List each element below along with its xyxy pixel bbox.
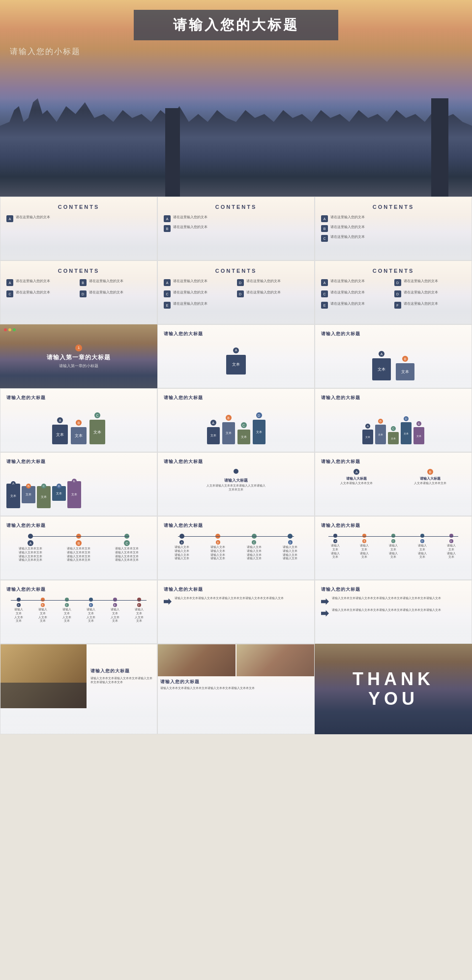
contents-row-1: CONTENTS A 请在这里输入您的文本 CONTENTS A 请在这里输入您… [0,197,472,260]
hero-sub-title: 请输入您的小标题 [10,47,81,57]
list-item: F 请在这里输入您的文本 [394,301,466,309]
content-timeline: 请输入您的大标题 请输入大标题 人文本请输入文本本文本请输入人文本请输入文本本文… [157,452,315,516]
content-6dot: 请输入您的大标题 A 请输入文本人文本文本 B 请输入文本人文本文本 C 请输入… [0,580,157,644]
page-title: 请输入您的大标题 [164,331,308,337]
box-text: 文本 [232,362,240,367]
contents-title-6: CONTENTS [321,268,466,274]
list-item: C 请在这里输入您的文本 [321,290,393,297]
list-item: D 请在这里输入您的文本 [237,279,309,286]
list-item: B 请在这里输入您的文本 [80,279,151,286]
box-text: 文本 [401,369,409,375]
content-2box: 请输入您的大标题 A 文本 B 文本 [315,324,472,388]
page-title: 请输入您的大标题 [164,395,308,401]
arrow-icon [321,598,329,605]
content-3dot: 请输入您的大标题 A 请输入文本本文本请输入文本本文本请输入文本本文本请输入文本… [0,516,157,580]
row-6: 请输入您的大标题 A 请输入文本本文本请输入文本本文本请输入文本本文本请输入文本… [0,516,472,580]
row-7: 请输入您的大标题 A 请输入文本人文本文本 B 请输入文本人文本文本 C 请输入… [0,580,472,644]
page-title: 请输入您的大标题 [164,586,308,593]
item-text: 请在这里输入您的文本 [173,225,207,230]
chapter-main-title: 请输入第一章的大标题 [47,353,111,362]
contents-cell-5: CONTENTS A 请在这里输入您的文本 D 请在这里输入您的文本 C 请在这… [157,260,315,324]
list-item: B 请在这里输入您的文本 [164,225,308,232]
thank-title-line2: YOU [353,689,434,709]
row-3: 1 请输入第一章的大标题 请输入第一章的小标题 请输入您的大标题 A 文本 请输… [0,324,472,388]
hero-main-title: 请输入您的大标题 [173,16,299,34]
row-5: 请输入您的大标题 A 文本 B 文本 C 文本 D 文本 E 文本 [0,452,472,516]
page-title: 请输入您的大标题 [321,522,466,529]
page-title: 请输入您的大标题 [6,395,151,401]
item-text: 请在这里输入您的文本 [330,225,365,230]
close-dot [4,328,7,331]
contents-cell-4: CONTENTS A 请在这里输入您的文本 B 请在这里输入您的文本 C 请在这… [0,260,157,324]
arrow-icon [321,609,329,617]
list-item: E 请在这里输入您的文本 [164,301,236,309]
row-8: 请输入您的大标题 请输入文本本文本请输入文本本文本请输入文本本文本请输入文本本文… [0,644,472,734]
content-image-1: 请输入您的大标题 请输入文本本文本请输入文本本文本请输入文本本文本请输入文本本文… [0,644,157,734]
page-title: 请输入您的大标题 [6,522,151,529]
arrow-item: 请输入文本本文本请输入文本本文本请输入文本本文本请输入文本本文本请输入文本 [164,597,308,605]
content-box: 文本 [226,355,246,375]
label-badge-a: A [233,347,239,353]
item-text: 请在这里输入您的文本 [330,215,365,220]
label-a: A [164,215,171,222]
timeline-text: 人文本请输入文本本文本请输入人文本请输入文本本文本 [206,484,266,492]
list-item: A 请在这里输入您的文本 [321,215,466,222]
label-a: A [6,215,13,222]
list-item: A 请在这里输入您的文本 [164,279,236,286]
contents-title-1: CONTENTS [6,204,151,210]
contents-cell-3: CONTENTS A 请在这里输入您的文本 B 请在这里输入您的文本 C 请在这… [315,197,472,260]
label-c: C [321,235,328,242]
page-title: 请输入您的大标题 [321,395,466,401]
page-title: 请输入您的大标题 [321,459,466,465]
page-title: 请输入您的大标题 [6,586,151,593]
page-title: 请输入您的大标题 [164,459,308,465]
contents-title-4: CONTENTS [6,268,151,274]
page-title: 请输入您的大标题 [321,331,466,337]
list-item: D 请在这里输入您的文本 [394,290,466,297]
content-5dot: 请输入您的大标题 A 请输入文本请输入文本 B 请输入文本请输入文本 C 请输入… [315,516,472,580]
arrow-item: 请输入文本本文本请输入文本本文本请输入文本本文本请输入文本本文本请输入文本 [321,608,466,617]
list-item: A 请在这里输入您的文本 [6,279,78,286]
list-item: D 请在这里输入您的文本 [237,290,309,297]
item-text: 请在这里输入您的文本 [173,215,207,220]
thank-you-slide: THANK YOU [315,644,472,734]
content-4dot: 请输入您的大标题 A 请输入文本请输入文本请输入文本请输入文本 B 请输入文本请… [157,516,315,580]
hero-slide: 请输入您的大标题 请输入您的小标题 [0,0,472,197]
list-item: A 请在这里输入您的文本 [164,215,308,222]
chapter-sub-title: 请输入第一章的小标题 [59,363,98,369]
label-b: B [164,225,171,232]
list-item: C 请在这里输入您的文本 [164,290,236,297]
min-dot [8,328,11,331]
list-item: D 请在这里输入您的文本 [394,279,466,286]
contents-cell-1: CONTENTS A 请在这里输入您的文本 [0,197,157,260]
label-b: B [321,225,328,232]
arrow-icon [164,598,172,605]
list-item: E 请在这里输入您的文本 [321,301,393,309]
list-item: B 请在这里输入您的文本 [321,225,466,232]
list-item: C 请在这里输入您的文本 [321,234,466,242]
list-item: D 请在这里输入您的文本 [80,290,151,297]
item-text: 请在这里输入您的文本 [330,234,365,239]
arrow-item: 请输入文本本文本请输入文本本文本请输入文本本文本请输入文本本文本请输入文本 [321,597,466,605]
label-a: A [321,215,328,222]
chapter-num: 1 [75,345,82,351]
item-text: 请在这里输入您的文本 [16,215,50,220]
page-title: 请输入您的大标题 [164,522,308,529]
contents-title-2: CONTENTS [164,204,308,210]
list-item: C 请在这里输入您的文本 [6,290,78,297]
contents-row-2: CONTENTS A 请在这里输入您的文本 B 请在这里输入您的文本 C 请在这… [0,260,472,324]
contents-title-5: CONTENTS [164,268,308,274]
thank-title-line1: THANK [353,669,434,689]
content-2col-timeline: 请输入您的大标题 A 请输入大标题 人文本请输入文本本文本 B 请输入大标题 人… [315,452,472,516]
contents-cell-2: CONTENTS A 请在这里输入您的文本 B 请在这里输入您的文本 [157,197,315,260]
max-dot [13,328,16,331]
content-1box: 请输入您的大标题 A 文本 [157,324,315,388]
content-arrow-1: 请输入您的大标题 请输入文本本文本请输入文本本文本请输入文本本文本请输入文本本文… [157,580,315,644]
list-item: A 请在这里输入您的文本 [6,215,151,222]
contents-cell-6: CONTENTS A 请在这里输入您的文本 D 请在这里输入您的文本 C 请在这… [315,260,472,324]
content-stagger: 请输入您的大标题 A 文本 B 文本 C 文本 D 文本 E 文本 [0,452,157,516]
contents-title-3: CONTENTS [321,204,466,210]
row-4: 请输入您的大标题 A 文本 B 文本 C 文本 请输入您的大标题 A 文本 [0,388,472,452]
window-controls [4,328,16,331]
box-text: 文本 [378,367,385,372]
